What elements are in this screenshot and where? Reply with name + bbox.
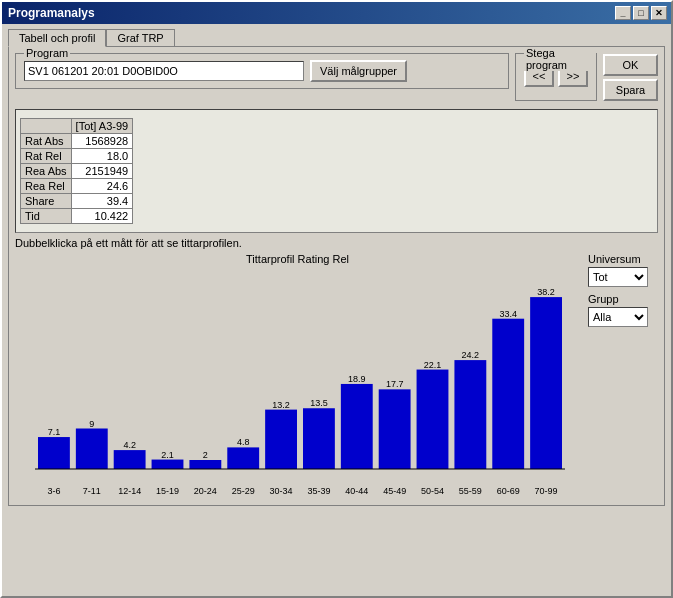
row-label: Tid <box>21 209 72 224</box>
bar-value-label: 24.2 <box>462 350 480 360</box>
universum-label: Universum <box>588 253 658 265</box>
program-group-label: Program <box>24 47 70 59</box>
bar-value-label: 4.8 <box>237 437 250 447</box>
valj-malgrupper-button[interactable]: Välj målgrupper <box>310 60 407 82</box>
bar-value-label: 2 <box>203 450 208 460</box>
bar-x-label: 7-11 <box>83 486 101 496</box>
bar-chart: 7.13-697-114.212-142.115-19220-244.825-2… <box>15 269 575 499</box>
bar-value-label: 7.1 <box>48 427 61 437</box>
bar-x-label: 70-99 <box>535 486 558 496</box>
maximize-button[interactable]: □ <box>633 6 649 20</box>
chart-area: Tittarprofil Rating Rel 7.13-697-114.212… <box>15 253 580 499</box>
grupp-select[interactable]: AllaA3-99Barn <box>588 307 648 327</box>
bar-value-label: 22.1 <box>424 360 442 370</box>
ok-spara-group: OK Spara <box>603 54 658 101</box>
table-row[interactable]: Tid10.422 <box>21 209 133 224</box>
row-value: 24.6 <box>71 179 133 194</box>
universum-select[interactable]: TotManKvinna <box>588 267 648 287</box>
bar <box>341 384 373 469</box>
bar <box>492 319 524 469</box>
window-content: Tabell och profil Graf TRP Program Välj … <box>2 24 671 510</box>
program-row: Välj målgrupper <box>24 60 500 82</box>
table-col-header: [Tot] A3-99 <box>71 119 133 134</box>
hint-text: Dubbelklicka på ett mått för att se titt… <box>15 237 658 249</box>
stega-group: Stega program << >> <box>515 53 597 101</box>
tab-tabell[interactable]: Tabell och profil <box>8 29 106 47</box>
data-table-area: [Tot] A3-99 Rat Abs1568928Rat Rel18.0Rea… <box>15 109 658 233</box>
bar <box>189 460 221 469</box>
bar-value-label: 4.2 <box>123 440 136 450</box>
bar-value-label: 38.2 <box>537 287 555 297</box>
program-group: Program Välj målgrupper <box>15 53 509 89</box>
row-value: 39.4 <box>71 194 133 209</box>
row-label: Rea Rel <box>21 179 72 194</box>
bar <box>227 447 259 469</box>
close-button[interactable]: ✕ <box>651 6 667 20</box>
bar <box>38 437 70 469</box>
row-value: 18.0 <box>71 149 133 164</box>
bar-x-label: 55-59 <box>459 486 482 496</box>
window-title: Programanalys <box>8 6 95 20</box>
table-row[interactable]: Rat Abs1568928 <box>21 134 133 149</box>
bar <box>303 408 335 469</box>
bar-x-label: 20-24 <box>194 486 217 496</box>
chart-container: Tittarprofil Rating Rel 7.13-697-114.212… <box>15 253 658 499</box>
row-value: 1568928 <box>71 134 133 149</box>
main-panel: Program Välj målgrupper Stega program <<… <box>8 46 665 506</box>
bar-x-label: 25-29 <box>232 486 255 496</box>
bar <box>152 460 184 469</box>
title-bar-buttons: _ □ ✕ <box>615 6 667 20</box>
spara-button[interactable]: Spara <box>603 79 658 101</box>
ok-button[interactable]: OK <box>603 54 658 76</box>
row-value: 10.422 <box>71 209 133 224</box>
bar <box>76 429 108 470</box>
row-value: 2151949 <box>71 164 133 179</box>
bar-x-label: 50-54 <box>421 486 444 496</box>
bar <box>530 297 562 469</box>
bar-x-label: 12-14 <box>118 486 141 496</box>
bar-value-label: 13.5 <box>310 398 328 408</box>
bar-x-label: 30-34 <box>270 486 293 496</box>
bar-x-label: 40-44 <box>345 486 368 496</box>
main-window: Programanalys _ □ ✕ Tabell och profil Gr… <box>0 0 673 598</box>
bar <box>114 450 146 469</box>
tab-bar: Tabell och profil Graf TRP <box>8 28 665 46</box>
grupp-group: Grupp AllaA3-99Barn <box>588 293 658 327</box>
row-label: Rea Abs <box>21 164 72 179</box>
row-label: Rat Abs <box>21 134 72 149</box>
title-bar: Programanalys _ □ ✕ <box>2 2 671 24</box>
bar-x-label: 3-6 <box>47 486 60 496</box>
bar-value-label: 2.1 <box>161 450 174 460</box>
stega-group-label: Stega program <box>524 47 596 71</box>
minimize-button[interactable]: _ <box>615 6 631 20</box>
row-label: Rat Rel <box>21 149 72 164</box>
table-row[interactable]: Rat Rel18.0 <box>21 149 133 164</box>
tab-graf[interactable]: Graf TRP <box>106 29 174 47</box>
bar-x-label: 60-69 <box>497 486 520 496</box>
program-input[interactable] <box>24 61 304 81</box>
bar-value-label: 9 <box>89 419 94 429</box>
data-table: [Tot] A3-99 Rat Abs1568928Rat Rel18.0Rea… <box>20 118 133 224</box>
row-label: Share <box>21 194 72 209</box>
chart-title: Tittarprofil Rating Rel <box>15 253 580 265</box>
bar <box>379 389 411 469</box>
bar <box>265 410 297 469</box>
bar <box>454 360 486 469</box>
bar-value-label: 33.4 <box>499 309 517 319</box>
bar-x-label: 45-49 <box>383 486 406 496</box>
bar-x-label: 35-39 <box>307 486 330 496</box>
table-row[interactable]: Rea Abs2151949 <box>21 164 133 179</box>
bar <box>417 370 449 469</box>
grupp-label: Grupp <box>588 293 658 305</box>
bar-x-label: 15-19 <box>156 486 179 496</box>
table-row[interactable]: Share39.4 <box>21 194 133 209</box>
bar-value-label: 13.2 <box>272 400 290 410</box>
chart-controls: Universum TotManKvinna Grupp AllaA3-99Ba… <box>588 253 658 327</box>
table-row[interactable]: Rea Rel24.6 <box>21 179 133 194</box>
universum-group: Universum TotManKvinna <box>588 253 658 287</box>
table-col-label <box>21 119 72 134</box>
bar-value-label: 17.7 <box>386 379 404 389</box>
bar-value-label: 18.9 <box>348 374 366 384</box>
